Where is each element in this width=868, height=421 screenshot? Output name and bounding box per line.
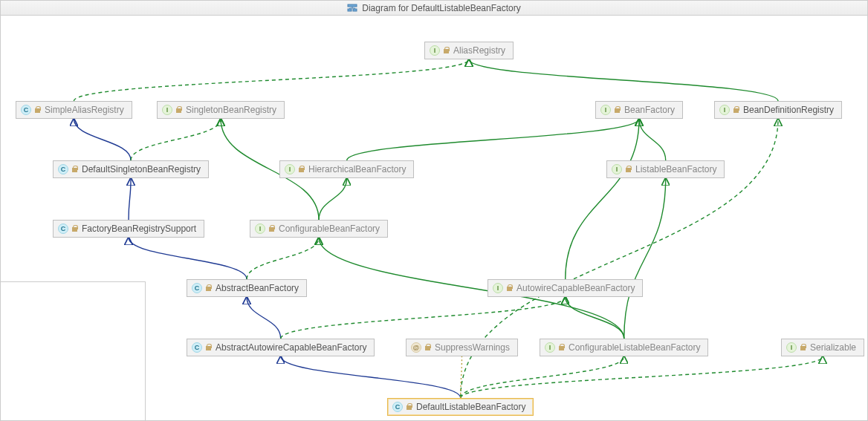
node-abstractAutowireCapableBeanFactory[interactable]: CAbstractAutowireCapableBeanFactory	[187, 339, 375, 356]
node-configurableListableBeanFactory[interactable]: IConfigurableListableBeanFactory	[540, 339, 708, 356]
interface-icon: I	[612, 164, 622, 174]
lock-icon	[298, 166, 305, 173]
edge-abstractAutowireCapableBeanFactory-to-abstractBeanFactory	[247, 297, 281, 339]
node-label: Serializable	[810, 342, 856, 353]
node-label: HierarchicalBeanFactory	[308, 164, 406, 174]
lock-icon	[558, 344, 566, 351]
edge-defaultListableBeanFactory-to-serializable	[461, 356, 823, 398]
node-label: DefaultSingletonBeanRegistry	[82, 164, 201, 174]
node-abstractBeanFactory[interactable]: CAbstractBeanFactory	[187, 279, 307, 297]
node-beanDefinitionRegistry[interactable]: IBeanDefinitionRegistry	[714, 101, 842, 119]
lock-icon	[406, 403, 413, 411]
interface-icon: I	[719, 105, 730, 115]
edge-defaultSingletonBeanRegistry-to-singletonBeanRegistry	[131, 119, 221, 160]
edge-listableBeanFactory-to-beanFactory	[639, 119, 666, 160]
node-label: ConfigurableBeanFactory	[279, 223, 380, 234]
edge-configurableBeanFactory-to-hierarchicalBeanFactory	[319, 178, 347, 220]
edge-autowireCapableBeanFactory-to-beanFactory	[566, 119, 639, 279]
lock-icon	[205, 284, 213, 292]
edge-abstractAutowireCapableBeanFactory-to-autowireCapableBeanFactory	[281, 297, 566, 339]
lock-icon	[175, 106, 183, 114]
node-label: ConfigurableListableBeanFactory	[569, 342, 700, 353]
edge-abstractBeanFactory-to-factoryBeanRegistrySupport	[129, 238, 247, 279]
lock-icon	[268, 225, 276, 232]
edge-configurableListableBeanFactory-to-listableBeanFactory	[624, 178, 666, 339]
interface-icon: I	[493, 283, 503, 293]
interface-icon: I	[430, 45, 440, 56]
node-label: DefaultListableBeanFactory	[416, 402, 525, 412]
diagram-canvas[interactable]: IAliasRegistryCSimpleAliasRegistryISingl…	[1, 16, 867, 420]
title-bar: Diagram for DefaultListableBeanFactory	[1, 1, 867, 16]
node-configurableBeanFactory[interactable]: IConfigurableBeanFactory	[250, 220, 388, 238]
edge-defaultSingletonBeanRegistry-to-simpleAliasRegistry	[74, 119, 131, 160]
lock-icon	[733, 106, 740, 114]
node-label: SingletonBeanRegistry	[186, 105, 276, 115]
node-serializable[interactable]: ISerializable	[781, 339, 864, 356]
lock-icon	[443, 47, 450, 54]
edge-defaultListableBeanFactory-to-abstractAutowireCapableBeanFactory	[281, 356, 461, 398]
interface-icon: I	[255, 223, 265, 234]
lock-icon	[424, 344, 432, 351]
interface-icon: I	[600, 105, 611, 115]
class-icon: C	[192, 342, 202, 353]
node-label: ListableBeanFactory	[635, 164, 716, 174]
annotation-icon: @	[411, 342, 421, 353]
edge-factoryBeanRegistrySupport-to-defaultSingletonBeanRegistry	[129, 178, 131, 220]
node-listableBeanFactory[interactable]: IListableBeanFactory	[606, 160, 725, 178]
node-suppressWarnings[interactable]: @SuppressWarnings	[406, 339, 518, 356]
edge-configurableListableBeanFactory-to-autowireCapableBeanFactory	[566, 297, 624, 339]
node-label: AbstractAutowireCapableBeanFactory	[216, 342, 366, 353]
node-label: AbstractBeanFactory	[216, 283, 299, 293]
interface-icon: I	[786, 342, 797, 353]
node-label: AliasRegistry	[453, 45, 505, 56]
node-beanFactory[interactable]: IBeanFactory	[595, 101, 683, 119]
node-label: SuppressWarnings	[435, 342, 510, 353]
lock-icon	[34, 106, 42, 114]
node-simpleAliasRegistry[interactable]: CSimpleAliasRegistry	[16, 101, 132, 119]
lock-icon	[800, 344, 807, 351]
class-icon: C	[21, 105, 31, 115]
lock-icon	[205, 344, 213, 351]
interface-icon: I	[285, 164, 295, 174]
node-label: AutowireCapableBeanFactory	[516, 283, 635, 293]
edge-beanDefinitionRegistry-to-aliasRegistry	[469, 59, 778, 101]
class-icon: C	[392, 402, 403, 412]
node-label: BeanFactory	[624, 105, 675, 115]
svg-rect-0	[348, 4, 357, 7]
node-singletonBeanRegistry[interactable]: ISingletonBeanRegistry	[157, 101, 285, 119]
lock-icon	[614, 106, 621, 114]
node-label: BeanDefinitionRegistry	[743, 105, 834, 115]
edge-defaultListableBeanFactory-to-suppressWarnings	[461, 356, 462, 398]
node-defaultSingletonBeanRegistry[interactable]: CDefaultSingletonBeanRegistry	[53, 160, 209, 178]
class-icon: C	[58, 164, 68, 174]
title-text: Diagram for DefaultListableBeanFactory	[362, 3, 520, 13]
edge-abstractBeanFactory-to-configurableBeanFactory	[247, 238, 319, 279]
node-aliasRegistry[interactable]: IAliasRegistry	[424, 42, 514, 59]
node-autowireCapableBeanFactory[interactable]: IAutowireCapableBeanFactory	[488, 279, 643, 297]
node-hierarchicalBeanFactory[interactable]: IHierarchicalBeanFactory	[279, 160, 414, 178]
class-icon: C	[58, 223, 68, 234]
node-defaultListableBeanFactory[interactable]: CDefaultListableBeanFactory	[387, 398, 534, 416]
edge-hierarchicalBeanFactory-to-beanFactory	[347, 119, 639, 160]
edge-defaultListableBeanFactory-to-configurableListableBeanFactory	[461, 356, 624, 398]
interface-icon: I	[162, 105, 172, 115]
minimap-panel	[1, 281, 146, 420]
lock-icon	[506, 284, 514, 292]
diagram-icon	[347, 3, 357, 13]
interface-icon: I	[545, 342, 555, 353]
class-icon: C	[192, 283, 202, 293]
node-label: FactoryBeanRegistrySupport	[82, 223, 196, 234]
lock-icon	[71, 166, 79, 173]
svg-rect-2	[353, 9, 357, 11]
node-label: SimpleAliasRegistry	[45, 105, 124, 115]
lock-icon	[71, 225, 79, 232]
node-factoryBeanRegistrySupport[interactable]: CFactoryBeanRegistrySupport	[53, 220, 204, 238]
edge-simpleAliasRegistry-to-aliasRegistry	[74, 59, 469, 101]
lock-icon	[625, 166, 632, 173]
svg-rect-1	[348, 9, 352, 11]
